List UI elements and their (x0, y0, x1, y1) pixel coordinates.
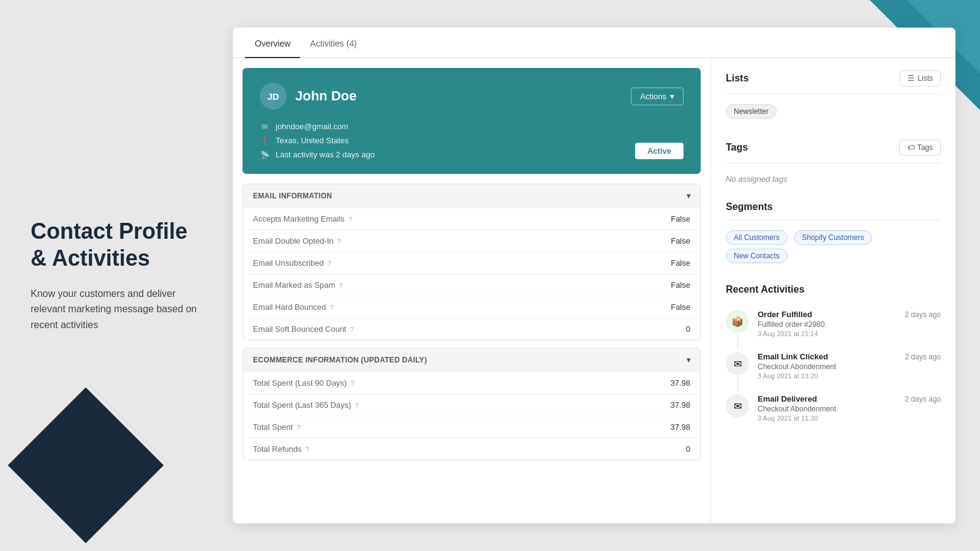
email-delivered-icon: ✉ (726, 394, 749, 418)
info-value: 37.98 (670, 400, 690, 410)
help-icon: ? (337, 238, 341, 245)
activity-subtitle: Checkout Abondenment (758, 405, 941, 413)
help-icon: ? (339, 282, 342, 289)
activity-subtitle: Fulfilled order #2980. (758, 320, 941, 329)
activity-item: ✉ Email Link Clicked 2 days ago Checkout… (726, 345, 941, 387)
info-label: Accepts Marketing Emails ? (253, 214, 671, 223)
activity-title-row: Email Delivered 2 days ago (758, 394, 941, 403)
activity-timestamp: 3 Aug 2021 at 11:30 (758, 414, 941, 422)
divider (726, 220, 941, 220)
info-row: Total Spent (Last 365 Days) ? 37.98 (243, 394, 700, 416)
activity-time: 2 days ago (905, 353, 941, 361)
email-section-header[interactable]: EMAIL INFORMATION ▾ (243, 184, 700, 208)
avatar: JD (260, 83, 287, 110)
ecommerce-section-header[interactable]: ECOMMERCE INFORMATION (UPDATED DAILY) ▾ (243, 348, 700, 372)
hero-heading: Contact Profile & Activities (31, 218, 202, 271)
profile-name: John Doe (295, 88, 356, 104)
info-row: Email Unsubscribed ? False (243, 252, 700, 274)
lists-items: Newsletter (726, 104, 941, 122)
help-icon: ? (350, 326, 353, 333)
divider (726, 163, 941, 163)
help-icon: ? (296, 424, 300, 431)
info-value: 37.98 (670, 422, 690, 432)
info-row: Accepts Marketing Emails ? False (243, 208, 700, 230)
help-icon: ? (350, 380, 354, 387)
collapse-icon: ▾ (687, 192, 690, 200)
lists-button[interactable]: ☰ Lists (900, 70, 941, 86)
lists-header: Lists ☰ Lists (726, 70, 941, 86)
activity-item: ✉ Email Delivered 2 days ago Checkout Ab… (726, 387, 941, 429)
activity-subtitle: Checkout Abondenment (758, 362, 941, 371)
activity-timestamp: 3 Aug 2021 at 21:14 (758, 330, 941, 337)
info-label: Email Soft Bounced Count ? (253, 324, 686, 334)
email-icon: ✉ (260, 122, 270, 131)
divider (726, 94, 941, 94)
activity-timestamp: 3 Aug 2021 at 13:20 (758, 372, 941, 380)
status-badge: Active (635, 143, 684, 159)
info-label: Total Spent (Last 90 Days) ? (253, 378, 670, 388)
tags-button[interactable]: 🏷 Tags (899, 140, 941, 156)
recent-activities-section: Recent Activities 📦 Order Fulfilled 2 da… (726, 284, 941, 429)
help-icon: ? (355, 402, 358, 409)
tab-activities[interactable]: Activities (4) (300, 28, 366, 58)
help-icon: ? (328, 260, 331, 267)
order-fulfilled-icon: 📦 (726, 310, 749, 333)
ecommerce-info-section: ECOMMERCE INFORMATION (UPDATED DAILY) ▾ … (243, 348, 701, 460)
hero-description: Know your customers and deliver relevant… (31, 286, 202, 333)
tags-header: Tags 🏷 Tags (726, 140, 941, 156)
activity-title: Order Fulfilled (758, 310, 812, 319)
activity-title-row: Email Link Clicked 2 days ago (758, 352, 941, 361)
activity-title-row: Order Fulfilled 2 days ago (758, 310, 941, 319)
recent-activities-header: Recent Activities (726, 284, 941, 295)
tag-icon: 🏷 (907, 143, 914, 152)
location-icon: 📍 (260, 137, 270, 145)
profile-name-row: JD John Doe (260, 83, 356, 110)
info-value: False (671, 280, 690, 290)
info-value: 37.98 (670, 378, 690, 388)
info-label: Email Hard Bounced ? (253, 302, 671, 312)
activity-item: 📦 Order Fulfilled 2 days ago Fulfilled o… (726, 302, 941, 345)
profile-section: JD John Doe Actions ▾ ✉ johndoe@gmail.co… (233, 58, 710, 523)
segment-item[interactable]: All Customers (726, 230, 788, 245)
info-row: Email Double Opted-In ? False (243, 230, 700, 252)
info-value: False (671, 258, 690, 268)
tags-section: Tags 🏷 Tags No assigned tags (726, 140, 941, 184)
chevron-down-icon: ▾ (670, 92, 674, 101)
info-row: Total Refunds ? 0 (243, 438, 700, 460)
activity-title: Email Delivered (758, 394, 817, 403)
info-label: Email Unsubscribed ? (253, 258, 671, 268)
help-icon: ? (349, 216, 352, 223)
content-area: JD John Doe Actions ▾ ✉ johndoe@gmail.co… (233, 58, 956, 523)
segment-item[interactable]: New Contacts (726, 249, 788, 263)
main-card: Overview Activities (4) JD John Doe Acti… (233, 28, 956, 523)
tab-bar: Overview Activities (4) (233, 28, 956, 58)
info-label: Email Double Opted-In ? (253, 236, 671, 246)
info-label: Email Marked as Spam ? (253, 280, 671, 290)
info-value: False (671, 236, 690, 246)
list-icon: ☰ (908, 74, 914, 83)
activity-content: Email Link Clicked 2 days ago Checkout A… (758, 352, 941, 380)
info-value: 0 (686, 444, 690, 454)
profile-details: ✉ johndoe@gmail.com 📍 Texas, United Stat… (260, 122, 684, 159)
no-tags-text: No assigned tags (726, 174, 787, 184)
recent-activities-title: Recent Activities (726, 284, 804, 295)
activity-content: Email Delivered 2 days ago Checkout Abon… (758, 394, 941, 422)
lists-title: Lists (726, 73, 748, 84)
info-label: Total Spent ? (253, 422, 670, 432)
info-value: 0 (686, 324, 690, 334)
info-row: Email Marked as Spam ? False (243, 274, 700, 296)
activity-icon: 📡 (260, 151, 270, 159)
info-value: False (671, 214, 690, 223)
actions-button[interactable]: Actions ▾ (631, 88, 684, 105)
info-row: Total Spent ? 37.98 (243, 416, 700, 438)
email-link-clicked-icon: ✉ (726, 352, 749, 375)
segment-item[interactable]: Shopify Customers (794, 230, 872, 245)
activity-time: 2 days ago (905, 310, 941, 319)
tab-overview[interactable]: Overview (245, 28, 300, 58)
segments-title: Segments (726, 201, 772, 212)
list-item[interactable]: Newsletter (726, 104, 777, 119)
email-info-section: EMAIL INFORMATION ▾ Accepts Marketing Em… (243, 184, 701, 340)
segments-items: All Customers Shopify Customers New Cont… (726, 230, 941, 267)
info-value: False (671, 302, 690, 312)
segments-header: Segments (726, 201, 941, 212)
